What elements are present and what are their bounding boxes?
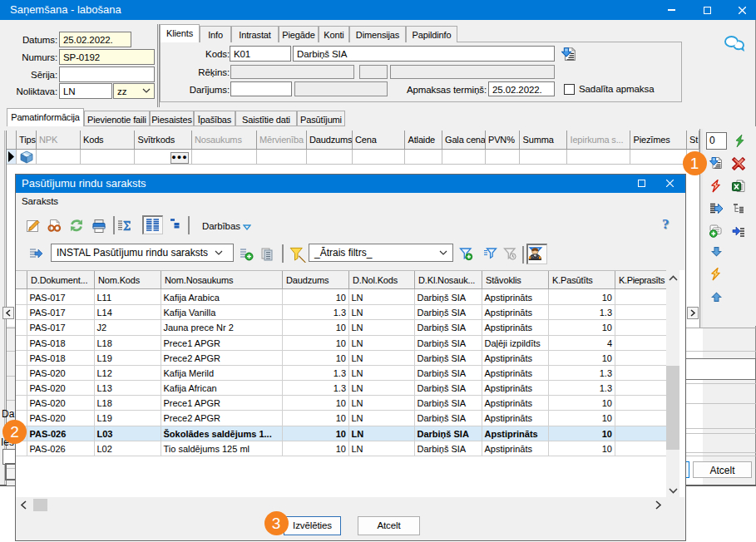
svg-text:?: ?	[662, 217, 670, 232]
